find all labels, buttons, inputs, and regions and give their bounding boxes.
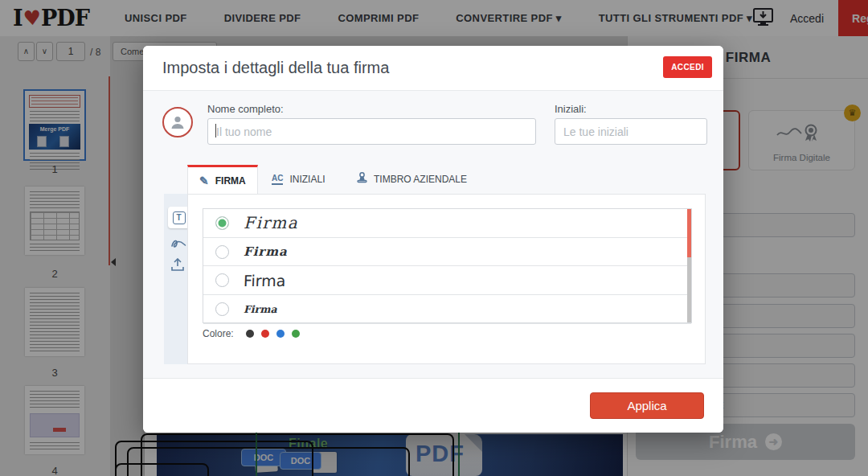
modal-footer: Applica — [143, 378, 723, 433]
color-dot-blue[interactable] — [276, 330, 285, 338]
radio-unselected[interactable] — [215, 302, 229, 316]
tab-timbro-label: TIMBRO AZIENDALE — [374, 174, 467, 185]
initials-label: Iniziali: — [555, 103, 587, 115]
tab-iniziali-label: INIZIALI — [289, 174, 325, 185]
text-tool-icon: T — [173, 211, 186, 224]
signature-sample-2: Firma — [244, 244, 288, 259]
tab-timbro-aziendale[interactable]: TIMBRO AZIENDALE — [346, 165, 478, 194]
radio-unselected[interactable] — [215, 245, 229, 259]
upload-signature-tool[interactable] — [170, 258, 185, 275]
tab-firma[interactable]: ✎ FIRMA — [187, 165, 258, 194]
draw-signature-tool[interactable] — [170, 237, 186, 252]
modal-header: Imposta i dettagli della tua firma ACCED… — [143, 46, 723, 91]
accedi-button[interactable]: ACCEDI — [663, 56, 712, 78]
signature-tab-panel: Firma Firma Firma Firma — [187, 194, 706, 364]
signature-option-4[interactable]: Firma — [203, 295, 691, 324]
color-dot-green[interactable] — [292, 330, 300, 338]
signature-style-list: Firma Firma Firma Firma — [203, 208, 692, 323]
signature-sample-3: Firma — [244, 272, 286, 289]
tab-iniziali[interactable]: AC INIZIALI — [260, 165, 336, 194]
text-signature-tool[interactable]: T — [168, 207, 190, 228]
signature-details-modal: Imposta i dettagli della tua firma ACCED… — [143, 46, 723, 433]
scrollbar-thumb[interactable] — [687, 209, 691, 257]
ac-initials-icon: AC — [272, 174, 283, 185]
stamp-icon — [357, 172, 367, 187]
signature-sample-1: Firma — [244, 213, 298, 232]
radio-unselected[interactable] — [215, 273, 229, 287]
name-input[interactable] — [207, 118, 536, 145]
initials-input[interactable] — [555, 118, 707, 145]
signature-sample-4: Firma — [244, 303, 277, 315]
list-scrollbar[interactable] — [687, 209, 691, 322]
color-picker-row: Colore: — [203, 328, 300, 339]
color-label: Colore: — [203, 328, 234, 339]
signature-option-3[interactable]: Firma — [203, 266, 691, 295]
modal-body: Nome completo: Iniziali: ✎ FIRMA AC INIZ… — [143, 91, 723, 378]
name-label: Nome completo: — [207, 103, 284, 115]
pen-icon: ✎ — [199, 174, 209, 187]
color-dot-black[interactable] — [246, 330, 254, 338]
signature-option-1[interactable]: Firma — [203, 209, 691, 238]
avatar-icon — [162, 107, 193, 137]
page: I♥PDF UNISCI PDF DIVIDERE PDF COMPRIMI P… — [0, 0, 868, 476]
radio-selected[interactable] — [215, 216, 229, 230]
signature-option-2[interactable]: Firma — [203, 238, 691, 267]
modal-title: Imposta i dettagli della tua firma — [162, 59, 389, 77]
color-dot-red[interactable] — [261, 330, 269, 338]
text-caret — [215, 124, 216, 137]
applica-button[interactable]: Applica — [590, 392, 704, 419]
tab-firma-label: FIRMA — [215, 175, 246, 187]
